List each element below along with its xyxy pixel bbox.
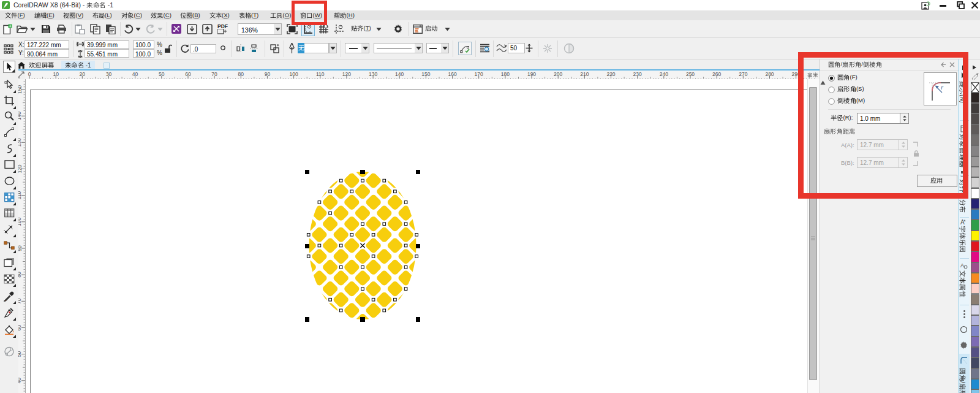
svg-text:220: 220 [606,71,615,77]
svg-text:20: 20 [80,71,86,77]
svg-text:140: 140 [395,71,404,77]
svg-text:10: 10 [53,71,59,77]
svg-text:150: 150 [18,85,23,94]
svg-text:0: 0 [28,71,31,77]
svg-text:120: 120 [342,71,351,77]
svg-text:70: 70 [18,298,23,304]
svg-text:A: A [960,219,965,226]
svg-text:190: 190 [527,71,536,77]
svg-text:90: 90 [18,245,23,251]
svg-text:50: 50 [159,71,165,77]
svg-text:60: 60 [185,71,191,77]
svg-text:280: 280 [765,71,774,77]
svg-text:170: 170 [475,71,483,77]
svg-text:40: 40 [132,71,138,77]
svg-text:80: 80 [18,272,23,278]
svg-text:120: 120 [18,164,23,173]
svg-text:200: 200 [554,71,562,77]
svg-text:130: 130 [369,71,377,77]
svg-text:A: A [960,262,964,269]
svg-text:230: 230 [633,71,642,77]
svg-text:160: 160 [448,71,457,77]
svg-text:30: 30 [106,71,112,77]
svg-text:60: 60 [18,324,23,330]
svg-text:240: 240 [660,71,668,77]
svg-text:80: 80 [238,71,244,77]
svg-text:180: 180 [501,71,510,77]
svg-text:50: 50 [18,351,23,357]
svg-text:100: 100 [290,71,298,77]
svg-text:270: 270 [739,71,747,77]
svg-text:260: 260 [712,71,721,77]
svg-text:100: 100 [18,217,23,226]
svg-text:90: 90 [265,71,271,77]
svg-text:250: 250 [686,71,695,77]
svg-text:40: 40 [18,378,23,384]
svg-text:110: 110 [316,71,325,77]
svg-text:70: 70 [211,71,217,77]
svg-text:130: 130 [18,138,23,147]
svg-text:150: 150 [421,71,430,77]
svg-text:110: 110 [18,191,23,200]
svg-text:140: 140 [18,112,23,120]
svg-text:210: 210 [580,71,589,77]
